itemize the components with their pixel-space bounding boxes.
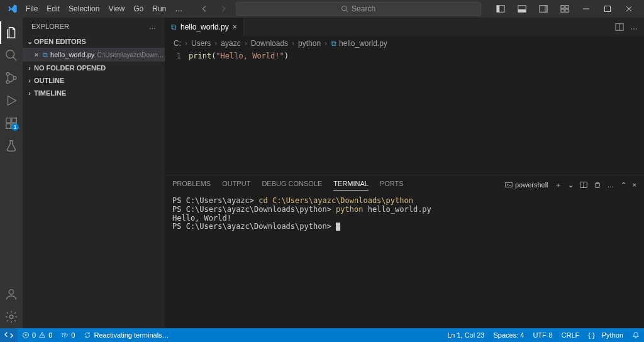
open-editors-section[interactable]: ⌄ OPEN EDITORS	[23, 35, 165, 48]
layout-toggle-right-icon[interactable]	[535, 0, 552, 18]
close-button[interactable]	[620, 0, 638, 18]
svg-point-25	[9, 290, 13, 294]
no-folder-section[interactable]: › NO FOLDER OPENED	[23, 62, 165, 74]
minimize-button[interactable]	[577, 0, 595, 18]
extensions-icon[interactable]: 1	[0, 112, 23, 135]
status-notifications-icon[interactable]	[628, 328, 644, 342]
timeline-section[interactable]: › TIMELINE	[23, 87, 165, 99]
editor-tab[interactable]: ⧉ hello_world.py ×	[165, 18, 244, 36]
menu-selection[interactable]: Selection	[64, 2, 104, 16]
chevron-right-icon: ›	[25, 64, 34, 72]
svg-rect-5	[518, 9, 526, 12]
radio-tower-icon	[61, 331, 69, 339]
menu-go[interactable]: Go	[129, 2, 148, 16]
line-number: 1	[165, 52, 189, 175]
status-eol[interactable]: CRLF	[557, 328, 584, 342]
extensions-badge: 1	[11, 123, 19, 131]
svg-point-16	[6, 50, 14, 58]
sync-icon	[84, 331, 91, 339]
status-bar: 0 0 0 Reactivating terminals… Ln 1, Col …	[0, 328, 644, 342]
svg-point-18	[6, 72, 9, 75]
split-terminal-icon[interactable]	[580, 181, 587, 189]
outline-section[interactable]: › OUTLINE	[23, 74, 165, 87]
svg-rect-13	[605, 6, 611, 12]
menu-run[interactable]: Run	[148, 2, 170, 16]
tab-debug-console[interactable]: DEBUG CONSOLE	[262, 180, 322, 190]
status-ports[interactable]: 0	[57, 328, 79, 342]
tab-ports[interactable]: PORTS	[380, 180, 404, 190]
accounts-icon[interactable]	[0, 283, 23, 306]
tab-label: hello_world.py	[180, 23, 229, 31]
search-activity-icon[interactable]	[0, 44, 23, 67]
status-reactivating[interactable]: Reactivating terminals…	[79, 328, 173, 342]
customize-layout-icon[interactable]	[556, 0, 574, 18]
tab-terminal[interactable]: TERMINAL	[333, 180, 369, 190]
terminal-cursor	[336, 223, 340, 231]
run-debug-icon[interactable]	[0, 89, 23, 112]
editor-more-icon[interactable]: …	[630, 23, 638, 31]
status-errors[interactable]: 0 0	[18, 328, 57, 342]
chevron-down-icon: ⌄	[25, 38, 34, 46]
maximize-button[interactable]	[599, 0, 616, 18]
chevron-right-icon: ›	[25, 89, 34, 97]
svg-rect-9	[565, 6, 569, 8]
close-editor-icon[interactable]: ×	[33, 51, 40, 58]
split-editor-icon[interactable]	[615, 23, 624, 31]
tab-close-icon[interactable]: ×	[233, 23, 237, 31]
maximize-panel-icon[interactable]: ⌃	[621, 181, 626, 189]
svg-rect-3	[497, 6, 499, 13]
status-indentation[interactable]: Spaces: 4	[489, 328, 528, 342]
layout-toggle-left-icon[interactable]	[492, 0, 509, 18]
status-language[interactable]: { } Python	[584, 328, 628, 342]
settings-gear-icon[interactable]	[0, 306, 23, 328]
menu-file[interactable]: File	[21, 2, 42, 16]
panel-tabs: PROBLEMS OUTPUT DEBUG CONSOLE TERMINAL P…	[165, 175, 644, 194]
svg-point-36	[64, 333, 66, 335]
kill-terminal-icon[interactable]	[594, 181, 601, 189]
svg-rect-11	[565, 9, 569, 12]
chevron-right-icon: ›	[25, 77, 34, 84]
tab-actions: …	[609, 18, 644, 36]
open-file-name: hello_world.py	[50, 51, 94, 58]
remote-indicator-icon[interactable]	[0, 328, 18, 342]
python-file-icon: ⧉	[331, 39, 336, 48]
code-editor[interactable]: 1 print("Hello, World!")	[165, 50, 644, 175]
testing-icon[interactable]	[0, 135, 23, 157]
panel-more-icon[interactable]: …	[608, 181, 614, 189]
menu-view[interactable]: View	[104, 2, 129, 16]
layout-toggle-bottom-icon[interactable]	[513, 0, 531, 18]
new-terminal-icon[interactable]: ＋	[555, 180, 562, 190]
panel-actions: powershell ＋ ⌄ … ⌃ ×	[505, 180, 636, 190]
editor-tabs: ⧉ hello_world.py × …	[165, 18, 644, 36]
close-panel-icon[interactable]: ×	[633, 181, 636, 189]
terminal-content[interactable]: PS C:\Users\ayazc> cd C:\Users\ayazc\Dow…	[165, 194, 644, 328]
terminal-shell-label[interactable]: powershell	[505, 181, 548, 189]
svg-rect-22	[6, 124, 11, 128]
nav-forward-icon[interactable]	[217, 3, 230, 15]
explorer-icon[interactable]	[0, 21, 23, 44]
source-control-icon[interactable]	[0, 67, 23, 89]
search-placeholder: Search	[352, 4, 375, 13]
menu-more[interactable]: …	[170, 2, 187, 16]
breadcrumb[interactable]: C:› Users› ayazc› Downloads› python› ⧉ h…	[165, 36, 644, 50]
svg-point-20	[13, 77, 16, 80]
powershell-icon	[505, 181, 513, 189]
main-area: 1 EXPLORER … ⌄ OPEN EDITORS × ⧉ hello_wo…	[0, 18, 644, 328]
explorer-panel: EXPLORER … ⌄ OPEN EDITORS × ⧉ hello_worl…	[23, 18, 165, 328]
tab-output[interactable]: OUTPUT	[222, 180, 250, 190]
terminal-dropdown-icon[interactable]: ⌄	[568, 181, 574, 189]
nav-back-icon[interactable]	[198, 3, 211, 15]
tab-problems[interactable]: PROBLEMS	[172, 180, 211, 190]
status-encoding[interactable]: UTF-8	[528, 328, 557, 342]
warning-icon	[38, 331, 46, 339]
code-line[interactable]: print("Hello, World!")	[189, 52, 289, 175]
open-editor-item[interactable]: × ⧉ hello_world.py C:\Users\ayazc\Downlo…	[23, 48, 165, 62]
explorer-title: EXPLORER	[31, 23, 69, 30]
menu-edit[interactable]: Edit	[42, 2, 64, 16]
activity-bar: 1	[0, 18, 23, 328]
status-cursor-position[interactable]: Ln 1, Col 23	[443, 328, 489, 342]
title-bar: File Edit Selection View Go Run … Search	[0, 0, 644, 18]
explorer-more-icon[interactable]: …	[149, 23, 156, 30]
search-input[interactable]: Search	[236, 2, 481, 16]
title-center: Search	[187, 2, 492, 16]
